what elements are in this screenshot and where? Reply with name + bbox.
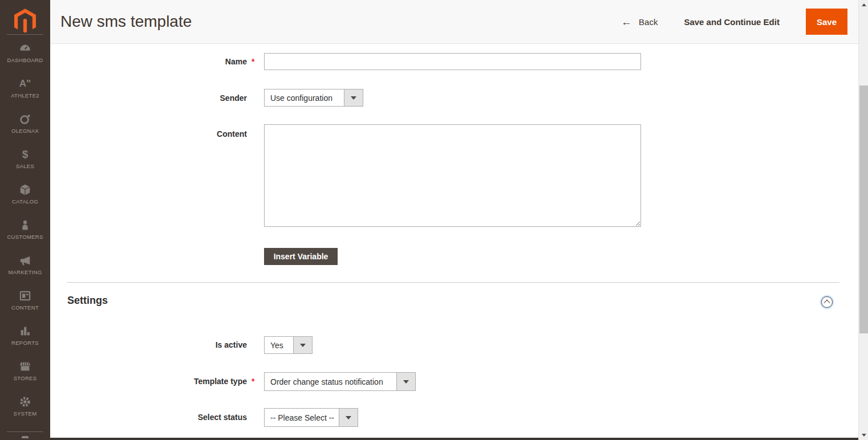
sidebar-item-label: OLEGNAX bbox=[11, 128, 39, 134]
sidebar-item-label: DASHBOARD bbox=[7, 57, 43, 63]
name-label: Name bbox=[50, 57, 247, 66]
sidebar-item-label: MARKETING bbox=[8, 269, 42, 275]
magento-logo[interactable] bbox=[0, 0, 50, 34]
sidebar-item-label: ATHLETE2 bbox=[11, 92, 39, 99]
section-divider bbox=[67, 282, 839, 283]
template-type-required-asterisk: * bbox=[252, 377, 259, 386]
chevron-down-icon bbox=[300, 344, 306, 347]
olegnax-ring-icon bbox=[19, 112, 31, 126]
scrollbar-thumb[interactable] bbox=[859, 85, 868, 333]
form-content: Name * Sender Use configuration Content … bbox=[50, 0, 858, 440]
chevron-down-icon bbox=[346, 416, 351, 419]
gear-icon bbox=[19, 395, 31, 409]
admin-sidebar: DASHBOARD A" ATHLETE2 OLEGNAX $ SALES CA… bbox=[0, 0, 50, 440]
sidebar-item-system[interactable]: SYSTEM bbox=[0, 388, 50, 423]
sidebar-item-customers[interactable]: CUSTOMERS bbox=[0, 211, 50, 247]
template-type-select-arrow[interactable] bbox=[396, 373, 415, 390]
sidebar-item-marketing[interactable]: MARKETING bbox=[0, 247, 50, 282]
sidebar-item-catalog[interactable]: CATALOG bbox=[0, 176, 50, 211]
sidebar-item-reports[interactable]: REPORTS bbox=[0, 317, 50, 353]
template-type-label: Template type bbox=[50, 377, 247, 386]
sidebar-item-label: REPORTS bbox=[11, 340, 39, 346]
is-active-label: Is active bbox=[50, 340, 247, 349]
scroll-up-icon bbox=[862, 3, 866, 6]
select-status-label: Select status bbox=[50, 413, 247, 422]
chevron-down-icon bbox=[351, 96, 356, 100]
chevron-up-icon bbox=[824, 300, 830, 306]
sidebar-bottom-divider bbox=[7, 431, 43, 432]
template-type-select-value: Order change status notification bbox=[265, 373, 396, 390]
megaphone-icon bbox=[19, 254, 31, 267]
settings-heading: Settings bbox=[67, 295, 108, 307]
vertical-scrollbar[interactable] bbox=[858, 0, 868, 440]
chevron-down-icon bbox=[403, 380, 409, 384]
sender-select-arrow[interactable] bbox=[344, 89, 363, 106]
content-label: Content bbox=[50, 129, 247, 138]
is-active-select-arrow[interactable] bbox=[293, 337, 312, 353]
sender-select[interactable]: Use configuration bbox=[264, 89, 363, 107]
dollar-icon: $ bbox=[22, 148, 29, 161]
storefront-icon bbox=[19, 360, 31, 373]
sidebar-item-content[interactable]: CONTENT bbox=[0, 282, 50, 317]
name-input[interactable] bbox=[264, 53, 641, 70]
insert-variable-button[interactable]: Insert Variable bbox=[264, 248, 338, 265]
dashboard-gauge-icon bbox=[19, 42, 31, 55]
sender-label: Sender bbox=[50, 93, 247, 103]
select-status-select-arrow[interactable] bbox=[339, 409, 358, 426]
sidebar-item-dashboard[interactable]: DASHBOARD bbox=[0, 35, 50, 70]
person-icon bbox=[19, 218, 31, 232]
partial-menu-icon bbox=[22, 436, 29, 438]
select-status-select[interactable]: -- Please Select -- bbox=[264, 408, 358, 427]
select-status-select-value: -- Please Select -- bbox=[265, 409, 339, 426]
sidebar-item-label: CONTENT bbox=[11, 304, 39, 311]
scroll-down-icon bbox=[862, 434, 866, 437]
scrollbar-down-button[interactable] bbox=[859, 430, 868, 440]
sidebar-item-sales[interactable]: $ SALES bbox=[0, 141, 50, 176]
settings-collapse-button[interactable] bbox=[821, 296, 833, 308]
content-textarea[interactable] bbox=[264, 124, 641, 227]
box-icon bbox=[19, 183, 31, 197]
is-active-select[interactable]: Yes bbox=[264, 336, 313, 354]
layout-icon bbox=[19, 289, 31, 303]
sidebar-item-label: SALES bbox=[16, 163, 34, 169]
name-required-asterisk: * bbox=[252, 57, 259, 66]
athlete2-letter-icon: A" bbox=[19, 77, 31, 91]
magento-logo-icon bbox=[14, 9, 36, 34]
clipped-bottom-element bbox=[50, 438, 858, 440]
sidebar-item-label: CUSTOMERS bbox=[7, 234, 43, 240]
sidebar-item-label: SYSTEM bbox=[14, 410, 37, 417]
sidebar-item-athlete2[interactable]: A" ATHLETE2 bbox=[0, 70, 50, 105]
sidebar-item-stores[interactable]: STORES bbox=[0, 353, 50, 388]
sender-select-value: Use configuration bbox=[265, 89, 344, 106]
sidebar-item-label: CATALOG bbox=[12, 198, 38, 205]
template-type-select[interactable]: Order change status notification bbox=[264, 372, 416, 391]
is-active-select-value: Yes bbox=[265, 337, 293, 353]
scrollbar-up-button[interactable] bbox=[859, 0, 868, 10]
bar-chart-icon bbox=[19, 324, 31, 338]
sidebar-item-olegnax[interactable]: OLEGNAX bbox=[0, 105, 50, 141]
sidebar-item-label: STORES bbox=[14, 375, 37, 381]
